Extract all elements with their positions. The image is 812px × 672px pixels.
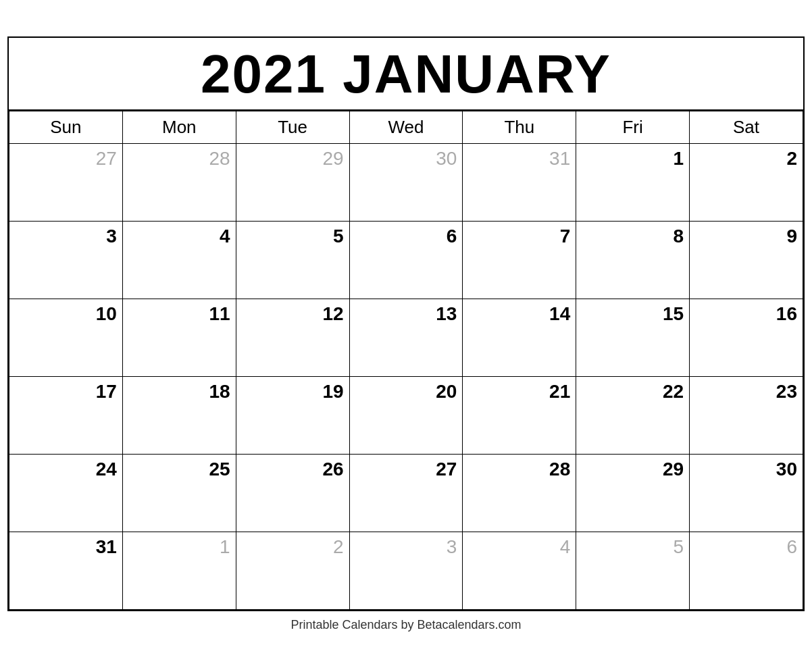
calendar-day-cell: 9 [690,221,803,299]
calendar-day-cell: 8 [576,221,690,299]
calendar-day-cell: 28 [463,454,576,532]
calendar-container: 2021 JANUARY SunMonTueWedThuFriSat 27282… [7,36,805,611]
calendar-day-cell: 23 [690,376,803,454]
calendar-week-row: 3456789 [9,221,803,299]
weekday-header-cell: Tue [236,111,349,143]
calendar-day-cell: 3 [349,532,463,609]
calendar-day-cell: 5 [576,532,690,609]
calendar-week-row: 31123456 [9,532,803,609]
calendar-day-cell: 30 [690,454,803,532]
weekday-header-row: SunMonTueWedThuFriSat [9,111,803,143]
weekday-header-cell: Fri [576,111,690,143]
calendar-day-cell: 4 [463,532,576,609]
calendar-day-cell: 20 [349,376,463,454]
weekday-header-cell: Wed [349,111,463,143]
calendar-day-cell: 11 [122,299,236,376]
calendar-day-cell: 6 [349,221,463,299]
calendar-day-cell: 1 [122,532,236,609]
footer-text: Printable Calendars by Betacalendars.com [290,611,521,636]
calendar-title: 2021 JANUARY [9,38,803,111]
calendar-day-cell: 12 [236,299,349,376]
weekday-header-cell: Sat [690,111,803,143]
calendar-grid: SunMonTueWedThuFriSat 272829303112345678… [9,111,803,610]
weekday-header-cell: Thu [463,111,576,143]
calendar-week-row: 24252627282930 [9,454,803,532]
calendar-day-cell: 24 [9,454,123,532]
weekday-header-cell: Mon [122,111,236,143]
calendar-day-cell: 4 [122,221,236,299]
weekday-header-cell: Sun [9,111,123,143]
calendar-day-cell: 19 [236,376,349,454]
calendar-week-row: 272829303112 [9,143,803,221]
calendar-day-cell: 22 [576,376,690,454]
calendar-day-cell: 2 [236,532,349,609]
calendar-day-cell: 3 [9,221,123,299]
calendar-week-row: 17181920212223 [9,376,803,454]
calendar-day-cell: 18 [122,376,236,454]
calendar-day-cell: 30 [349,143,463,221]
calendar-week-row: 10111213141516 [9,299,803,376]
calendar-day-cell: 10 [9,299,123,376]
calendar-day-cell: 13 [349,299,463,376]
calendar-day-cell: 28 [122,143,236,221]
calendar-day-cell: 27 [9,143,123,221]
calendar-day-cell: 5 [236,221,349,299]
calendar-body: 2728293031123456789101112131415161718192… [9,143,803,609]
calendar-day-cell: 2 [690,143,803,221]
calendar-day-cell: 31 [463,143,576,221]
calendar-day-cell: 1 [576,143,690,221]
calendar-day-cell: 25 [122,454,236,532]
calendar-day-cell: 6 [690,532,803,609]
calendar-day-cell: 26 [236,454,349,532]
calendar-day-cell: 27 [349,454,463,532]
calendar-day-cell: 21 [463,376,576,454]
calendar-day-cell: 29 [236,143,349,221]
calendar-day-cell: 15 [576,299,690,376]
calendar-day-cell: 29 [576,454,690,532]
calendar-day-cell: 14 [463,299,576,376]
calendar-day-cell: 17 [9,376,123,454]
calendar-day-cell: 31 [9,532,123,609]
calendar-day-cell: 7 [463,221,576,299]
calendar-day-cell: 16 [690,299,803,376]
